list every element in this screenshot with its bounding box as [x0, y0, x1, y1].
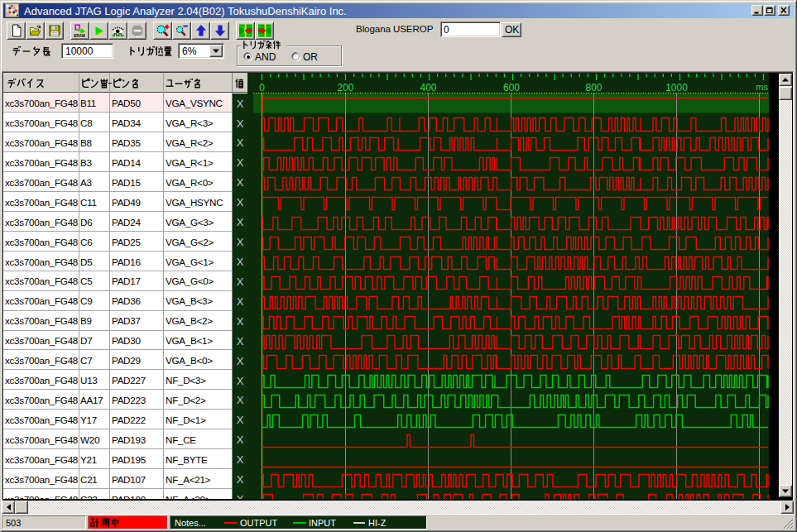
svg-text:200: 200: [337, 82, 353, 93]
svg-text:600: 600: [503, 82, 520, 93]
svg-text:ms: ms: [756, 82, 768, 92]
svg-text:800: 800: [585, 82, 602, 93]
svg-text:400: 400: [420, 82, 436, 93]
svg-text:1000: 1000: [665, 82, 688, 93]
svg-text:0: 0: [259, 82, 265, 93]
